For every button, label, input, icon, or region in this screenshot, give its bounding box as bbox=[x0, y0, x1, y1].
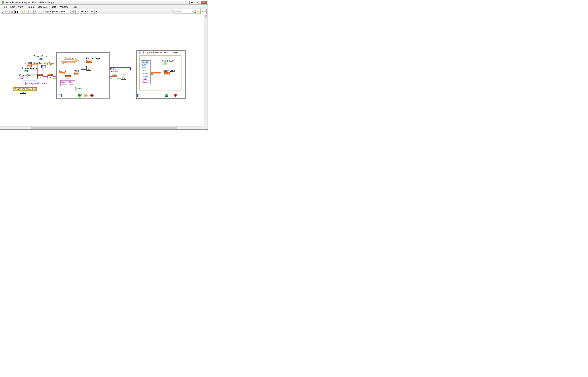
run-continuous-button[interactable]: ⟳ bbox=[6, 10, 10, 14]
window-title: Joshs Encoder Program Final.vi Block Dia… bbox=[5, 1, 190, 4]
reset-local-text: Reset Value bbox=[64, 61, 75, 64]
ci-angular-encoder-selector[interactable]: CI Angular Encoder ▾ bbox=[25, 82, 48, 85]
unbundle-by-name-node[interactable] bbox=[75, 87, 76, 91]
pause-button[interactable]: ❚❚ bbox=[14, 10, 18, 14]
wait-ms-constant[interactable]: 100 bbox=[81, 67, 86, 70]
menu-operate[interactable]: Operate bbox=[36, 5, 49, 9]
false-constant[interactable]: F bbox=[165, 94, 168, 97]
encoder-angle-indicator[interactable]: ▸DBL bbox=[86, 60, 92, 63]
angle-indicator[interactable]: ▸DBL bbox=[74, 72, 79, 75]
vi-icon bbox=[1, 1, 4, 4]
decoding-type-control[interactable]: X1 ▾ bbox=[41, 65, 46, 68]
hscroll-thumb[interactable] bbox=[31, 127, 177, 129]
vi-connector-icon[interactable]: DAQmx bbox=[201, 9, 207, 14]
encoder-angle-label: Encoder Angle bbox=[86, 57, 100, 60]
counters-control[interactable]: I/O bbox=[20, 77, 24, 79]
daqmx-stop-clear-node[interactable]: DAQmx✖ bbox=[112, 75, 117, 79]
event-iteration-terminal: i bbox=[137, 94, 140, 97]
encoder-angle-val: DBL bbox=[88, 60, 91, 62]
abort-button[interactable]: ◉ bbox=[10, 10, 14, 14]
event-row-coords: Coords bbox=[141, 72, 150, 75]
maximize-button[interactable]: ▢ bbox=[195, 1, 201, 4]
decoding-type-label: Decoding Type bbox=[38, 62, 55, 65]
daqmx-read-node[interactable]: DAQmx👓 bbox=[65, 75, 71, 80]
reset-encoder-control[interactable]: TF bbox=[163, 62, 167, 65]
pulses-per-rev-label: Pulses per Revolution bbox=[13, 87, 37, 91]
step-out-button[interactable]: ↰ bbox=[38, 10, 42, 14]
retain-wire-button[interactable]: ⎓ bbox=[24, 10, 29, 14]
menu-help[interactable]: Help bbox=[70, 5, 79, 9]
event-angle-local-read[interactable]: 🏠Angle▸ bbox=[151, 72, 161, 75]
align-button[interactable]: ┇▾ bbox=[75, 10, 79, 14]
step-into-button[interactable]: ↳ bbox=[29, 10, 33, 14]
dialog-type-selector[interactable]: OK message + warnings ▾ bbox=[110, 68, 131, 70]
menu-edit[interactable]: Edit bbox=[9, 5, 16, 9]
counters-label: Counter(s) bbox=[19, 74, 30, 77]
z-index-enable-control[interactable]: TF bbox=[24, 70, 28, 72]
vertical-scrollbar[interactable] bbox=[204, 14, 208, 126]
menu-project[interactable]: Project bbox=[25, 5, 36, 9]
z-index-phase-control[interactable]: I32 bbox=[39, 58, 43, 60]
reset-value-ind-val: DBL bbox=[165, 72, 169, 75]
distribute-button[interactable]: ⊞▾ bbox=[80, 10, 84, 14]
subtract-node[interactable] bbox=[75, 59, 78, 62]
menu-bar: File Edit View Project Operate Tools Win… bbox=[0, 5, 208, 9]
block-diagram-canvas[interactable]: Z Index Phase I32 Z Index Value DBL Z In… bbox=[0, 14, 204, 126]
z-index-value-label: Z Index Value bbox=[25, 62, 38, 64]
app-window: Joshs Encoder Program Final.vi Block Dia… bbox=[0, 0, 208, 130]
or-node[interactable]: V bbox=[84, 94, 88, 97]
event-case-text: [1] "Reset Encoder": Mouse Down bbox=[146, 52, 176, 54]
search-input[interactable]: Search🔍 bbox=[173, 10, 196, 14]
reset-value-label: Reset Value bbox=[163, 70, 175, 72]
z-index-enable-label: Z Index Enable bbox=[22, 67, 37, 70]
z-index-phase-label: Z Index Phase bbox=[33, 55, 47, 58]
z-index-value-control[interactable]: DBL bbox=[27, 64, 32, 67]
step-over-button[interactable]: ↷ bbox=[33, 10, 37, 14]
run-button[interactable]: ▷ bbox=[1, 10, 5, 14]
stop-control[interactable]: TF bbox=[78, 95, 81, 98]
daqmx-start-task-node[interactable]: DAQmx▶ bbox=[47, 74, 53, 79]
horizontal-scrollbar[interactable] bbox=[0, 126, 204, 130]
status-element: status bbox=[76, 88, 82, 90]
angle-ind-val: DBL bbox=[75, 72, 79, 74]
event-data-node[interactable]: Source Type Time CtlRef Coords Button Mo… bbox=[141, 60, 150, 84]
loop-iteration-terminal: i bbox=[58, 94, 62, 97]
resize-button[interactable]: ◧▾ bbox=[84, 10, 88, 14]
event-row-time: Time bbox=[141, 66, 150, 69]
menu-window[interactable]: Window bbox=[58, 5, 70, 9]
minimize-button[interactable]: — bbox=[190, 1, 195, 4]
event-row-button: Button bbox=[141, 75, 150, 78]
reset-value-indicator[interactable]: ▸DBL bbox=[164, 72, 170, 75]
font-dropdown[interactable]: ▾ bbox=[70, 10, 74, 14]
ci-enc-text: CI Angular Encoder bbox=[26, 82, 45, 85]
event-stop-terminal[interactable] bbox=[174, 94, 177, 97]
title-bar: Joshs Encoder Program Final.vi Block Dia… bbox=[0, 0, 208, 5]
reorder-button[interactable]: ⬍ bbox=[94, 10, 98, 14]
event-row-ctlref: CtlRef bbox=[141, 69, 150, 72]
wait-ms-node[interactable]: ⌚ bbox=[86, 66, 91, 71]
event-timeout-terminal[interactable]: ⌛ bbox=[138, 51, 141, 54]
reset-encoder-label: Reset Encoder bbox=[161, 59, 175, 62]
context-help-button[interactable]: ? bbox=[196, 10, 200, 14]
event-case-selector[interactable]: ◂[1] "Reset Encoder": Mouse Down▾▸ bbox=[144, 51, 179, 54]
menu-tools[interactable]: Tools bbox=[48, 5, 58, 9]
counter-dbl-selector[interactable]: Counter DBL 1Chan 1Samp bbox=[60, 80, 75, 86]
cleanup-button[interactable]: ✿ bbox=[90, 10, 94, 14]
event-row-mods: Mods bbox=[141, 78, 150, 81]
simple-error-handler-node[interactable]: ErrDlg bbox=[121, 75, 126, 80]
angle-local-text: Angle bbox=[67, 57, 72, 59]
highlight-exec-button[interactable]: 💡 bbox=[20, 10, 24, 14]
loop-stop-terminal[interactable] bbox=[90, 94, 93, 97]
vscroll-thumb[interactable] bbox=[205, 15, 207, 17]
angle-local-read[interactable]: 🏠Angle▸ bbox=[64, 57, 74, 59]
timeout-constant[interactable]: 10.00 bbox=[59, 72, 66, 75]
font-selector[interactable]: 15pt Application Font bbox=[44, 10, 70, 14]
decoding-type-value: X1 bbox=[42, 66, 45, 68]
daqmx-create-channel-node[interactable]: DAQmx⊞ bbox=[37, 74, 43, 79]
pulses-per-rev-control[interactable]: 1024 bbox=[20, 91, 26, 94]
event-row-source: Source bbox=[141, 61, 150, 63]
reset-value-local-read[interactable]: 🏠Reset Value▸ bbox=[61, 61, 76, 64]
close-button[interactable]: ✕ bbox=[201, 1, 207, 4]
menu-file[interactable]: File bbox=[1, 5, 9, 9]
menu-view[interactable]: View bbox=[16, 5, 25, 9]
